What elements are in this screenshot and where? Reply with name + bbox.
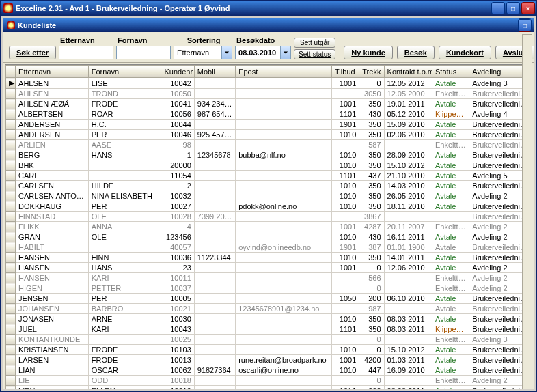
cell-draw: 200	[359, 386, 384, 390]
customer-grid[interactable]: Etternavn Fornavn Kundenr Mobil Epost Ti…	[5, 64, 532, 389]
indicator-header[interactable]	[6, 66, 16, 78]
cell-firstname: HANS	[88, 150, 161, 160]
cell-contract: 21.10.2010	[384, 171, 432, 181]
cell-draw: 566	[359, 273, 384, 283]
visitdate-combo[interactable]	[235, 46, 291, 59]
cell-mobile: 12345678	[194, 150, 235, 160]
col-custno[interactable]: Kundenr	[161, 66, 194, 78]
table-row[interactable]: GRANOLE123456101043016.11.2011AvtaleAvde…	[6, 232, 532, 242]
sort-combo[interactable]	[174, 46, 232, 59]
table-row[interactable]: LARSENFRODE10013rune.reitan@broadpark.no…	[6, 355, 532, 365]
table-row[interactable]: DOKKHAUGPER10027pdokk@online.no101035018…	[6, 201, 532, 212]
table-row[interactable]: HIGENPETTER100370EnkelttimeAvdeling 2	[6, 283, 532, 294]
set-status-button[interactable]: Sett status	[294, 49, 335, 59]
table-row[interactable]: BERGHANS112345678bubba@nlf.no101035028.0…	[6, 150, 532, 160]
table-row[interactable]: CARLSENHILDE2101035014.03.2010AvtaleBruk…	[6, 181, 532, 191]
sort-value[interactable]	[174, 46, 221, 59]
table-row[interactable]: AHLSENTROND10050305012.05.2000Enkelttime…	[6, 89, 532, 99]
col-offer[interactable]: Tilbud	[332, 66, 359, 78]
table-row[interactable]: KRISTIANSENFRODE101031010015.10.2012Avta…	[6, 345, 532, 355]
table-row[interactable]: BHK20000101035015.10.2012AvtaleBrukervei…	[6, 160, 532, 171]
row-indicator	[6, 386, 16, 390]
cell-custno: 10050	[161, 89, 194, 99]
cell-lastname: ANDERSEN	[16, 130, 89, 140]
outer-maximize-button[interactable]: □	[506, 2, 520, 14]
table-row[interactable]: HANSENKARI10011566EnkelttimeAvdeling 2	[6, 273, 532, 283]
new-customer-button[interactable]: Ny kunde	[344, 46, 393, 59]
col-email[interactable]: Epost	[236, 66, 332, 78]
outer-titlebar[interactable]: Exceline 2.31 - Avd 1 - Brukerveiledning…	[1, 1, 536, 16]
table-row[interactable]: FINNSTADOLE100287399 20003867Brukerveile…	[6, 212, 532, 222]
table-row[interactable]: CARE11054110143721.10.2010AvtaleAvdeling…	[6, 171, 532, 181]
cell-status: Avtale	[432, 386, 469, 390]
table-row[interactable]: ▶AHLSENLISE100421001012.05.2012AvtaleAvd…	[6, 78, 532, 89]
visit-button[interactable]: Besøk	[397, 46, 435, 59]
cell-firstname: ANNA	[88, 222, 161, 232]
cell-email: bubba@nlf.no	[236, 150, 332, 160]
table-row[interactable]: FLIKKANNA41001428720.11.2007EnkelttimeAv…	[6, 222, 532, 232]
cell-custno: 10028	[161, 212, 194, 222]
table-row[interactable]: LIANOSCAR1006291827364oscarli@online.no1…	[6, 365, 532, 376]
table-row[interactable]: LIENELLEN10019101120008.03.2011AvtaleBru…	[6, 386, 532, 390]
cell-status: Avtale	[432, 253, 469, 263]
cell-contract: 15.09.2010	[384, 120, 432, 130]
cell-email	[236, 232, 332, 242]
cell-draw: 0	[359, 283, 384, 294]
col-draw[interactable]: Trekk	[359, 66, 384, 78]
table-row[interactable]: ANDERSENPER10046925 45722101035002.06.20…	[6, 130, 532, 140]
col-status[interactable]: Status	[432, 66, 469, 78]
table-row[interactable]: KONTANTKUNDE100250EnkelttimeAvdeling 3	[6, 335, 532, 345]
table-row[interactable]: JONASENARNE10030101035008.03.2011AvtaleB…	[6, 314, 532, 324]
col-contract[interactable]: Kontrakt t.o.m.	[384, 66, 432, 78]
cell-firstname: KARI	[88, 273, 161, 283]
cell-custno: 10019	[161, 386, 194, 390]
cell-contract: 14.01.2011	[384, 253, 432, 263]
inner-titlebar[interactable]: Kundeliste _ □ ×	[3, 18, 534, 32]
table-row[interactable]: AHLSEN ÆØÅFRODE10041934 23422100135019.0…	[6, 99, 532, 109]
table-row[interactable]: JOHANSENBARBRO1002112345678901@1234.no98…	[6, 304, 532, 314]
table-row[interactable]: JUELKARI10043110135008.03.2011Klippekort…	[6, 324, 532, 335]
cell-draw: 0	[359, 78, 384, 89]
cell-lastname: JOHANSEN	[16, 304, 89, 314]
cell-offer: 1001	[332, 78, 359, 89]
visitdate-value[interactable]	[235, 46, 280, 59]
cell-custno: 10062	[161, 365, 194, 376]
inner-maximize-button[interactable]: □	[518, 19, 532, 31]
vertical-scrollbar[interactable]	[522, 34, 532, 389]
cell-lastname: CARLSEN ANTONSEN	[16, 191, 89, 201]
col-mobile[interactable]: Mobil	[194, 66, 235, 78]
set-expired-button[interactable]: Sett utgår	[294, 38, 335, 48]
table-row[interactable]: HANSENFINN1003611223344101035014.01.2011…	[6, 253, 532, 263]
row-indicator	[6, 212, 16, 222]
outer-close-button[interactable]: ×	[521, 2, 535, 14]
cell-offer	[332, 304, 359, 314]
table-row[interactable]: HANSENHANS231001012.06.2010AvtaleAvdelin…	[6, 263, 532, 273]
lastname-input[interactable]	[59, 46, 113, 59]
row-indicator	[6, 335, 16, 345]
sort-dropdown-button[interactable]	[221, 46, 232, 59]
customer-card-button[interactable]: Kundekort	[439, 46, 491, 59]
table-row[interactable]: ARLIENAASE98587EnkelttimeBrukerveilednin…	[6, 140, 532, 150]
cell-lastname: JENSEN	[16, 294, 89, 304]
table-row[interactable]: JENSENPER10005105020006.10.2010AvtaleBru…	[6, 294, 532, 304]
col-firstname[interactable]: Fornavn	[88, 66, 161, 78]
cell-offer	[332, 273, 359, 283]
cell-lastname: DOKKHAUG	[16, 201, 89, 212]
cell-contract: 12.06.2010	[384, 263, 432, 273]
table-row[interactable]: HABILT40057oyvind@onlineedb.no190138701.…	[6, 242, 532, 253]
cell-contract: 05.12.2010	[384, 109, 432, 120]
app-icon	[3, 3, 13, 13]
search-button[interactable]: Søk etter	[9, 46, 56, 59]
visitdate-dropdown-button[interactable]	[280, 46, 291, 59]
cell-lastname: JUEL	[16, 324, 89, 335]
cell-email	[236, 109, 332, 120]
firstname-input[interactable]	[116, 46, 171, 59]
table-row[interactable]: LIEODD100180EnkelttimeAvdeling 2	[6, 376, 532, 386]
cell-mobile: 934 23422	[194, 99, 235, 109]
table-row[interactable]: CARLSEN ANTONSENNINA ELISABETH1003210103…	[6, 191, 532, 201]
table-row[interactable]: ANDERSENH.C.10044190135015.09.2010Avtale…	[6, 120, 532, 130]
cell-status: Enkelttime	[432, 376, 469, 386]
outer-minimize-button[interactable]: _	[491, 2, 505, 14]
table-row[interactable]: ALBERTSENROAR10056987 65432110143005.12.…	[6, 109, 532, 120]
col-lastname[interactable]: Etternavn	[16, 66, 89, 78]
